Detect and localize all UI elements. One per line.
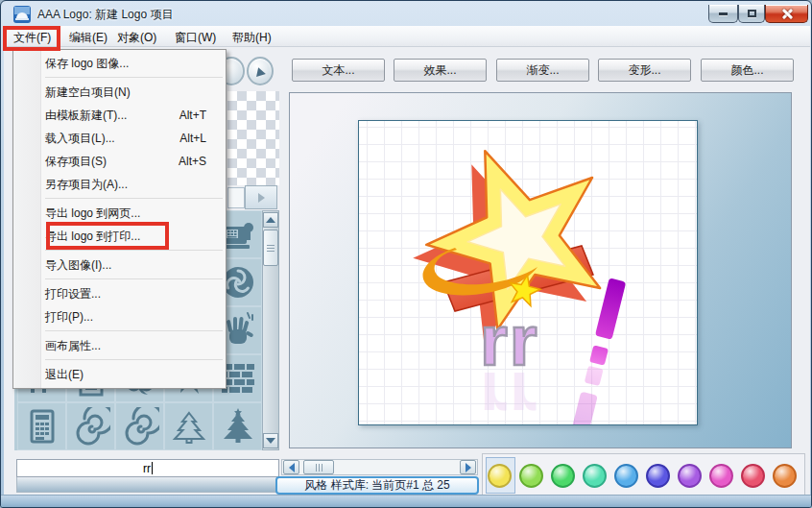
status-bar: 风格 样式库: 当前页#1 总 25 bbox=[275, 476, 479, 495]
menubar-item[interactable]: 文件(F) bbox=[10, 29, 55, 47]
arrow-left-icon bbox=[289, 463, 295, 472]
text-caret bbox=[152, 462, 153, 474]
file-menu-dropdown: 保存 logo 图像...新建空白项目(N)由模板新建(T)...Alt+T载入… bbox=[12, 49, 227, 389]
shape-item[interactable] bbox=[115, 402, 164, 450]
star-logo: rr rr bbox=[359, 121, 698, 425]
menu-item-label: 载入项目(L)... bbox=[45, 132, 115, 145]
menu-shortcut: Alt+T bbox=[179, 104, 206, 127]
scroll-left-button[interactable] bbox=[283, 460, 299, 474]
input-shade bbox=[16, 477, 279, 493]
color-swatch[interactable] bbox=[741, 464, 765, 488]
toolbar-button[interactable]: 颜色... bbox=[701, 59, 794, 82]
color-swatch[interactable] bbox=[583, 464, 607, 488]
menu-item[interactable]: 由模板新建(T)...Alt+T bbox=[13, 104, 226, 127]
minimize-button[interactable] bbox=[708, 5, 738, 23]
menubar-item[interactable]: 帮助(H) bbox=[228, 29, 275, 47]
window-title: AAA Logo: 新建 Logo 项目 bbox=[37, 7, 173, 23]
menu-bar: 文件(F)编辑(E)对象(O)窗口(W)帮助(H) bbox=[4, 26, 810, 47]
menu-item-label: 保存 logo 图像... bbox=[45, 57, 129, 70]
color-swatch[interactable] bbox=[678, 464, 702, 488]
color-swatch[interactable] bbox=[551, 464, 575, 488]
scroll-up-button[interactable] bbox=[263, 212, 278, 228]
maximize-icon bbox=[748, 10, 756, 17]
menu-item[interactable]: 打印设置... bbox=[13, 282, 226, 305]
arrow-down-icon bbox=[266, 438, 275, 444]
preview-chip bbox=[227, 187, 245, 208]
color-swatch[interactable] bbox=[709, 464, 733, 488]
app-window: AAA Logo: 新建 Logo 项目 文件(F)编辑(E)对象(O)窗口(W… bbox=[0, 0, 812, 508]
shape-item[interactable] bbox=[17, 402, 66, 450]
close-icon bbox=[781, 8, 793, 19]
menu-item[interactable]: 另存项目为(A)... bbox=[13, 173, 226, 196]
toolbar-button[interactable]: 渐变... bbox=[496, 59, 589, 82]
play-button[interactable] bbox=[247, 57, 274, 85]
input-value: rr bbox=[143, 462, 151, 475]
close-button[interactable] bbox=[765, 5, 808, 23]
menu-item-label: 导出 logo 到打印... bbox=[45, 230, 140, 243]
color-swatch[interactable] bbox=[614, 464, 638, 488]
menu-shortcut: Alt+S bbox=[179, 150, 206, 173]
menubar-item[interactable]: 对象(O) bbox=[113, 29, 160, 47]
menu-item[interactable]: 打印(P)... bbox=[13, 305, 226, 328]
scrollbar-thumb[interactable] bbox=[263, 230, 278, 266]
arrow-right-icon bbox=[258, 193, 265, 203]
menu-item[interactable]: 画布属性... bbox=[13, 334, 226, 357]
menu-item-label: 导出 logo 到网页... bbox=[45, 206, 140, 220]
maximize-button[interactable] bbox=[738, 5, 765, 23]
tree-outline-icon bbox=[170, 407, 208, 446]
menubar-item[interactable]: 编辑(E) bbox=[65, 29, 111, 47]
calculator-icon bbox=[23, 407, 61, 446]
color-swatch[interactable] bbox=[773, 464, 797, 488]
spiral-icon bbox=[121, 407, 159, 446]
scroll-down-button[interactable] bbox=[263, 433, 278, 448]
menu-item[interactable]: 保存项目(S)Alt+S bbox=[13, 150, 226, 173]
hscrollbar-thumb[interactable] bbox=[303, 460, 334, 474]
toolbar-button[interactable]: 文本... bbox=[292, 59, 385, 82]
menu-item[interactable]: 导出 logo 到打印... bbox=[13, 225, 226, 248]
logo-canvas[interactable]: rr rr bbox=[358, 120, 698, 425]
play-icon bbox=[256, 67, 267, 79]
menu-item[interactable]: 导入图像(I)... bbox=[13, 254, 226, 277]
shape-scrollbar[interactable] bbox=[262, 210, 279, 450]
color-swatch[interactable] bbox=[646, 464, 670, 488]
menu-item-label: 打印(P)... bbox=[45, 310, 93, 324]
transparency-preview bbox=[227, 91, 279, 185]
shape-item[interactable] bbox=[66, 402, 115, 450]
toolbar-button[interactable]: 变形... bbox=[598, 59, 691, 82]
menubar-item[interactable]: 窗口(W) bbox=[171, 29, 220, 47]
color-swatch[interactable] bbox=[519, 464, 543, 488]
arrow-right-icon bbox=[466, 463, 471, 472]
svg-text:rr: rr bbox=[480, 357, 539, 425]
style-scrollbar[interactable] bbox=[281, 459, 478, 475]
menu-item-label: 导入图像(I)... bbox=[45, 258, 111, 272]
app-icon bbox=[13, 6, 31, 23]
menu-item-label: 新建空白项目(N) bbox=[45, 85, 131, 99]
logo-text-input[interactable]: rr bbox=[16, 459, 279, 477]
menu-item-label: 打印设置... bbox=[45, 287, 101, 301]
menu-item-label: 另存项目为(A)... bbox=[45, 178, 128, 191]
shape-item[interactable] bbox=[213, 402, 262, 450]
menu-item-label: 由模板新建(T)... bbox=[45, 109, 127, 122]
color-swatch[interactable] bbox=[488, 464, 512, 488]
title-bar[interactable]: AAA Logo: 新建 Logo 项目 bbox=[4, 3, 810, 26]
menu-item-label: 退出(E) bbox=[45, 368, 84, 381]
scroll-right-button[interactable] bbox=[460, 460, 476, 474]
window-frame-bottom bbox=[1, 495, 812, 508]
menu-item[interactable]: 载入项目(L)...Alt+L bbox=[13, 127, 226, 150]
menu-item[interactable]: 保存 logo 图像... bbox=[13, 52, 226, 75]
next-page-button[interactable] bbox=[245, 185, 277, 209]
color-palette bbox=[482, 453, 805, 497]
menu-item[interactable]: 导出 logo 到网页... bbox=[13, 202, 226, 225]
toolbar-button[interactable]: 效果... bbox=[394, 59, 487, 82]
menu-item-label: 保存项目(S) bbox=[45, 155, 107, 168]
menu-item[interactable]: 新建空白项目(N) bbox=[13, 81, 226, 104]
tree-icon bbox=[219, 407, 257, 446]
menu-item-label: 画布属性... bbox=[45, 339, 101, 352]
shape-item[interactable] bbox=[164, 402, 213, 450]
minimize-icon bbox=[719, 12, 728, 15]
workspace: rr rr bbox=[289, 92, 792, 448]
arrow-up-icon bbox=[266, 217, 275, 223]
menu-shortcut: Alt+L bbox=[179, 127, 206, 150]
menu-item[interactable]: 退出(E) bbox=[13, 363, 226, 386]
spiral-icon bbox=[72, 407, 110, 446]
